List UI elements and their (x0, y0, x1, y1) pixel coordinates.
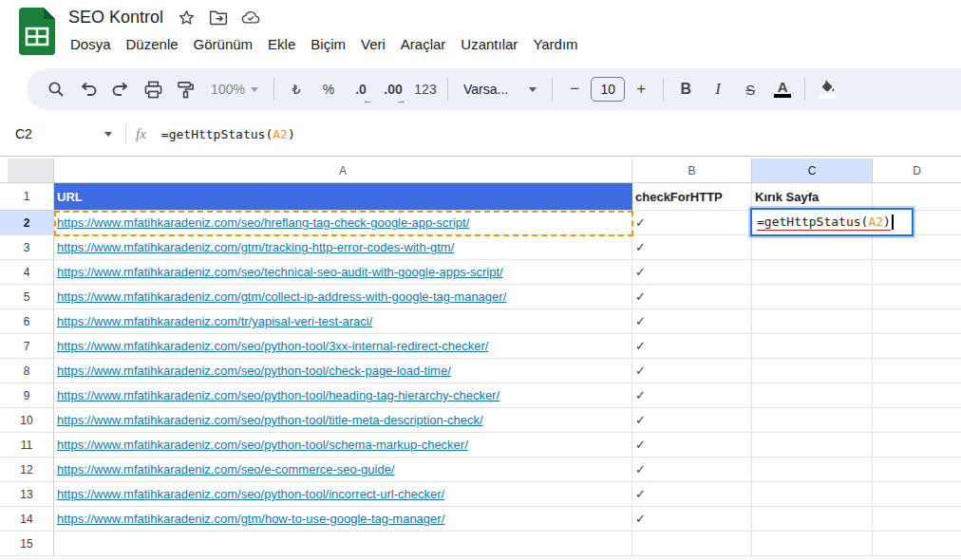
menu-item-dosya[interactable]: Dosya (63, 33, 119, 55)
cell-c11[interactable] (752, 433, 873, 457)
cell-a3[interactable]: https://www.mfatihkaradeniz.com/gtm/trac… (54, 235, 632, 260)
cell-a1[interactable]: URL (54, 183, 632, 211)
menu-item-araçlar[interactable]: Araçlar (393, 33, 454, 55)
more-formats-button[interactable]: 123 (409, 74, 442, 104)
row-number[interactable]: 9 (0, 383, 54, 408)
print-icon[interactable] (137, 74, 169, 104)
cell-d4[interactable] (873, 260, 961, 285)
column-header-d[interactable]: D (873, 159, 961, 183)
cell-b8[interactable]: ✓ (632, 359, 752, 383)
cell-d1[interactable] (873, 183, 961, 211)
cell-b3[interactable]: ✓ (632, 235, 752, 260)
cell-a10[interactable]: https://www.mfatihkaradeniz.com/seo/pyth… (54, 408, 632, 433)
url-link[interactable]: https://www.mfatihkaradeniz.com/gtm/trac… (57, 240, 454, 254)
cell-d13[interactable] (873, 482, 961, 507)
cell-c15[interactable] (752, 532, 873, 556)
cell-b1[interactable]: checkForHTTP (632, 183, 752, 211)
row-number[interactable]: 6 (0, 309, 54, 334)
row-number[interactable]: 7 (0, 334, 54, 359)
document-title[interactable]: SEO Kontrol (68, 8, 163, 28)
cell-d15[interactable] (873, 532, 961, 556)
menu-item-biçim[interactable]: Biçim (303, 33, 353, 55)
move-folder-icon[interactable] (209, 8, 228, 27)
cell-a8[interactable]: https://www.mfatihkaradeniz.com/seo/pyth… (54, 359, 632, 383)
cell-editor-c2[interactable]: =getHttpStatus(A2) (750, 208, 914, 236)
cell-b11[interactable]: ✓ (632, 433, 752, 457)
strikethrough-button[interactable]: S (734, 74, 766, 104)
column-header-c[interactable]: C (752, 159, 873, 183)
cell-d8[interactable] (873, 359, 961, 383)
cell-d7[interactable] (873, 334, 961, 359)
url-link[interactable]: https://www.mfatihkaradeniz.com/tr/yapis… (57, 314, 372, 328)
cell-d3[interactable] (873, 235, 961, 260)
cell-d12[interactable] (873, 457, 961, 482)
percent-format-button[interactable]: % (312, 74, 345, 104)
sheets-logo-icon[interactable] (19, 8, 55, 55)
url-link[interactable]: https://www.mfatihkaradeniz.com/gtm/coll… (57, 289, 506, 304)
cell-a7[interactable]: https://www.mfatihkaradeniz.com/seo/pyth… (54, 334, 632, 359)
text-color-button[interactable]: A (766, 74, 799, 104)
column-header-a[interactable]: A (54, 159, 632, 183)
decrease-decimal-button[interactable]: .0← (345, 74, 377, 104)
cell-b12[interactable]: ✓ (632, 457, 752, 482)
cell-c14[interactable] (752, 507, 873, 532)
increase-font-size-button[interactable]: + (625, 74, 657, 104)
url-link[interactable]: https://www.mfatihkaradeniz.com/seo/e-co… (57, 462, 394, 476)
row-number[interactable]: 3 (0, 235, 54, 260)
cell-d6[interactable] (873, 309, 961, 334)
cell-a15[interactable] (54, 532, 632, 556)
cell-b4[interactable]: ✓ (632, 260, 752, 285)
cell-b6[interactable]: ✓ (632, 309, 752, 334)
zoom-select[interactable]: 100% (201, 74, 268, 104)
url-link[interactable]: https://www.mfatihkaradeniz.com/seo/pyth… (57, 487, 444, 501)
cell-d11[interactable] (873, 433, 961, 457)
cloud-saved-icon[interactable] (241, 8, 260, 27)
increase-decimal-button[interactable]: .00→ (377, 74, 409, 104)
cell-a9[interactable]: https://www.mfatihkaradeniz.com/seo/pyth… (54, 383, 632, 408)
cell-a6[interactable]: https://www.mfatihkaradeniz.com/tr/yapis… (54, 309, 632, 334)
url-link[interactable]: https://www.mfatihkaradeniz.com/gtm/how-… (57, 512, 444, 526)
search-icon[interactable] (40, 74, 72, 104)
decrease-font-size-button[interactable]: − (558, 74, 591, 104)
name-box[interactable]: C2 (0, 126, 112, 141)
cell-c12[interactable] (752, 457, 873, 482)
cell-d10[interactable] (873, 408, 961, 433)
star-icon[interactable] (177, 8, 196, 27)
cell-c7[interactable] (752, 334, 873, 359)
cell-c13[interactable] (752, 482, 873, 507)
cell-b15[interactable] (632, 532, 752, 556)
url-link[interactable]: https://www.mfatihkaradeniz.com/seo/pyth… (57, 438, 468, 452)
cell-a5[interactable]: https://www.mfatihkaradeniz.com/gtm/coll… (54, 285, 632, 309)
cell-a2[interactable]: https://www.mfatihkaradeniz.com/seo/href… (54, 211, 632, 235)
cell-c3[interactable] (752, 235, 873, 260)
cell-b14[interactable]: ✓ (632, 507, 752, 532)
url-link[interactable]: https://www.mfatihkaradeniz.com/seo/href… (57, 215, 469, 230)
cell-b13[interactable]: ✓ (632, 482, 752, 507)
cell-b2[interactable]: ✓ (632, 211, 752, 235)
cell-a4[interactable]: https://www.mfatihkaradeniz.com/seo/tech… (54, 260, 632, 285)
url-link[interactable]: https://www.mfatihkaradeniz.com/seo/pyth… (57, 388, 499, 402)
fill-color-button[interactable] (811, 74, 843, 104)
cell-c6[interactable] (752, 309, 873, 334)
menu-item-yardım[interactable]: Yardım (525, 33, 585, 55)
cell-a13[interactable]: https://www.mfatihkaradeniz.com/seo/pyth… (54, 482, 632, 507)
formula-input[interactable]: =getHttpStatus(A2) (161, 127, 295, 141)
cell-a12[interactable]: https://www.mfatihkaradeniz.com/seo/e-co… (54, 457, 632, 482)
menu-item-ekle[interactable]: Ekle (260, 33, 303, 55)
row-number[interactable]: 12 (0, 457, 54, 482)
row-number[interactable]: 2 (0, 211, 54, 235)
cell-c8[interactable] (752, 359, 873, 383)
row-number[interactable]: 13 (0, 482, 54, 507)
select-all-corner[interactable] (0, 159, 54, 183)
currency-format-button[interactable]: ₺ (280, 74, 312, 104)
cell-b7[interactable]: ✓ (632, 334, 752, 359)
redo-icon[interactable] (104, 74, 137, 104)
cell-b9[interactable]: ✓ (632, 383, 752, 408)
row-number[interactable]: 15 (0, 532, 54, 556)
cell-a11[interactable]: https://www.mfatihkaradeniz.com/seo/pyth… (54, 433, 632, 457)
url-link[interactable]: https://www.mfatihkaradeniz.com/seo/pyth… (57, 413, 483, 427)
bold-button[interactable]: B (669, 74, 702, 104)
url-link[interactable]: https://www.mfatihkaradeniz.com/seo/pyth… (57, 364, 451, 378)
row-number[interactable]: 10 (0, 408, 54, 433)
cell-d14[interactable] (873, 507, 961, 532)
